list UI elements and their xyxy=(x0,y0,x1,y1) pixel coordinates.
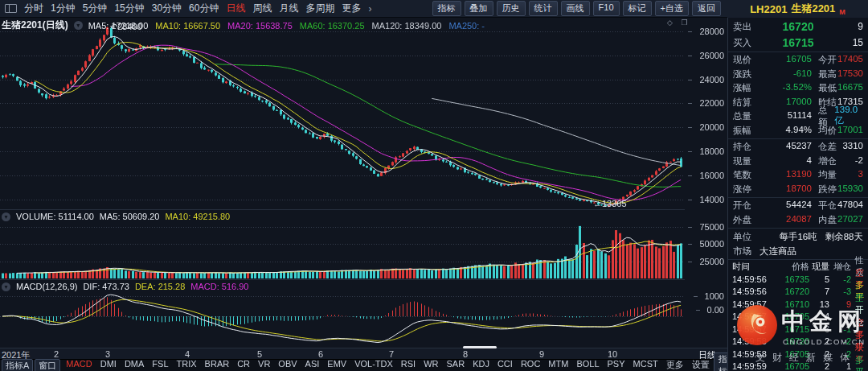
总量-label: 总量 xyxy=(733,110,751,122)
结算-value: 17000 xyxy=(786,97,812,109)
collapse-pane-icon[interactable]: ▾ xyxy=(74,21,83,30)
单位-value: 每手16吨 xyxy=(779,231,817,243)
open-close-group: 开仓54424平仓47804外盘24087内盘27027 xyxy=(728,198,868,229)
外盘-label: 外盘 xyxy=(733,214,751,226)
action-button-返回[interactable]: 返回 xyxy=(692,1,721,16)
order-book-row: 买入1671515 xyxy=(728,35,868,51)
price-axis-label: 22000 xyxy=(699,98,724,108)
more-arrow-icon[interactable]: › xyxy=(368,3,371,14)
indicator-ASI[interactable]: ASI xyxy=(301,359,324,371)
action-button-F10[interactable]: F10 xyxy=(593,1,620,16)
indicator-DMI[interactable]: DMI xyxy=(96,359,121,371)
chart-corner-icons[interactable]: ◇ ❐ xyxy=(667,19,691,27)
tool-指标A[interactable]: 指标A xyxy=(2,359,33,371)
price-stats-group: 现价16705今开17405涨跌-610最高17530涨幅-3.52%最低166… xyxy=(728,52,868,139)
tick-price: 16705 xyxy=(776,311,809,321)
indicator-VOL-TDX[interactable]: VOL-TDX xyxy=(350,359,397,371)
indicator-FSL[interactable]: FSL xyxy=(148,359,172,371)
indicator-BRAR[interactable]: BRAR xyxy=(201,359,234,371)
indicator-MTM[interactable]: MTM xyxy=(544,359,572,371)
volume-pane-labels: ▾ VOLUME: 51114.00 MA5: 50609.20 MA10: 4… xyxy=(2,212,230,221)
action-button-+自选[interactable]: +自选 xyxy=(655,1,689,16)
timeframe-tab-30分钟[interactable]: 30分钟 xyxy=(152,2,182,15)
indicator-更多[interactable]: 更多 xyxy=(662,359,688,371)
tick-delta: -2 xyxy=(829,274,851,284)
现量-label: 现量 xyxy=(733,155,751,167)
action-button-叠加[interactable]: 叠加 xyxy=(465,1,493,16)
indicator-KDJ[interactable]: KDJ xyxy=(469,359,493,371)
tool-窗口[interactable]: 窗口 xyxy=(35,359,60,371)
tick-delta: -2 xyxy=(829,336,851,346)
timeframe-tab-分时[interactable]: 分时 xyxy=(24,2,43,15)
volume-axis-label: 50000 xyxy=(699,239,724,249)
indicator-BOLL[interactable]: BOLL xyxy=(572,359,603,371)
单位-label: 单位 xyxy=(733,231,751,243)
contract-header[interactable]: LH2201 生猪2201 M xyxy=(727,0,868,19)
ma-labels: MA5: 17218.00MA10: 16667.50MA20: 15638.7… xyxy=(88,21,485,31)
action-button-统计[interactable]: 统计 xyxy=(529,1,558,16)
action-button-画线[interactable]: 画线 xyxy=(561,1,590,16)
action-button-历史[interactable]: 历史 xyxy=(497,1,526,16)
timeframe-tab-1分钟[interactable]: 1分钟 xyxy=(51,2,76,15)
indicator-CR[interactable]: CR xyxy=(233,359,254,371)
candlestick-chart[interactable] xyxy=(0,18,690,348)
indicator-TRIX[interactable]: TRIX xyxy=(173,359,201,371)
contract-info-group: 单位每手16吨剩余88天市场大连商品 xyxy=(728,229,868,260)
timeframe-tab-日线[interactable]: 日线 xyxy=(226,2,245,15)
macd-name-label: MACD(12,26,9) xyxy=(16,282,77,291)
stat-row: 总量51114总额139.0亿 xyxy=(728,109,868,124)
tick-row: 14:59:56167355-2空平 xyxy=(728,273,868,286)
tick-delta: 1 xyxy=(829,361,851,371)
timeframe-tab-5分钟[interactable]: 5分钟 xyxy=(83,2,108,15)
action-button-指标[interactable]: 指标 xyxy=(432,1,461,16)
均量-label: 均量 xyxy=(818,169,837,181)
indicator-VR[interactable]: VR xyxy=(254,359,274,371)
indicator-MCST[interactable]: MCST xyxy=(629,359,662,371)
stat-row: 外盘24087内盘27027 xyxy=(728,213,868,228)
timeframe-tab-更多[interactable]: 更多 xyxy=(342,2,361,15)
stat-row: 涨停18700跌停15930 xyxy=(728,183,868,197)
tick-qty: 6 xyxy=(809,324,829,334)
price-axis-label: 14000 xyxy=(699,195,724,204)
indicator-RSI[interactable]: RSI xyxy=(397,359,420,371)
indicator-DMA[interactable]: DMA xyxy=(121,359,148,371)
tick-time: 14:59:59 xyxy=(732,361,776,371)
timeframe-tab-月线[interactable]: 月线 xyxy=(279,2,298,15)
timeframe-tab-15分钟[interactable]: 15分钟 xyxy=(114,2,144,15)
indicator-items: 指标A窗口MACDDMIDMAFSLTRIXBRARCRVROBVASIEMVV… xyxy=(2,359,714,371)
collapse-macd-icon[interactable]: ▾ xyxy=(2,282,10,291)
indicator-OBV[interactable]: OBV xyxy=(274,359,301,371)
collapse-volume-icon[interactable]: ▾ xyxy=(2,212,10,221)
timeframe-tab-周线[interactable]: 周线 xyxy=(252,2,272,15)
indicator-ROC[interactable]: ROC xyxy=(517,359,544,371)
action-button-标记[interactable]: 标记 xyxy=(623,1,652,16)
开仓-value: 54424 xyxy=(786,200,812,212)
现量-value: 4 xyxy=(807,155,812,167)
indicator-PSY[interactable]: PSY xyxy=(604,359,629,371)
tick-row: 14:59:57167156-1空平 xyxy=(728,323,868,336)
今开-label: 今开 xyxy=(818,54,837,66)
indicator-SAR[interactable]: SAR xyxy=(443,359,469,371)
tick-row: 14:59:58167052-2双平 xyxy=(728,348,868,361)
layout-icon[interactable] xyxy=(5,4,17,13)
indicator-EMV[interactable]: EMV xyxy=(323,359,350,371)
indicator-WR[interactable]: WR xyxy=(420,359,442,371)
timeframe-tab-多周期[interactable]: 多周期 xyxy=(305,2,334,15)
chart-scrollbar-thumb[interactable] xyxy=(463,346,497,348)
最高-value: 17530 xyxy=(837,68,863,80)
笔数-label: 笔数 xyxy=(733,169,751,181)
indicator-MACD[interactable]: MACD xyxy=(62,359,96,371)
timeframe-tab-60分钟[interactable]: 60分钟 xyxy=(189,2,219,15)
tick-header-增仓: 增仓 xyxy=(829,261,851,273)
现价-value: 16705 xyxy=(786,54,812,66)
main-contract-marker: M xyxy=(839,8,845,18)
stat-row: 笔数13190均量3 xyxy=(728,168,868,183)
开仓-label: 开仓 xyxy=(733,200,751,212)
现价-label: 现价 xyxy=(733,54,751,66)
trough-price-annotation: ←13365 xyxy=(593,199,627,208)
indicator-CCI[interactable]: CCI xyxy=(493,359,517,371)
macd-hist-label: MACD: 516.90 xyxy=(190,282,248,291)
volume-ma5-label: MA5: 50609.20 xyxy=(100,212,160,221)
indicator-设置[interactable]: 设置 xyxy=(688,359,714,371)
跌停-value: 15930 xyxy=(837,183,863,196)
